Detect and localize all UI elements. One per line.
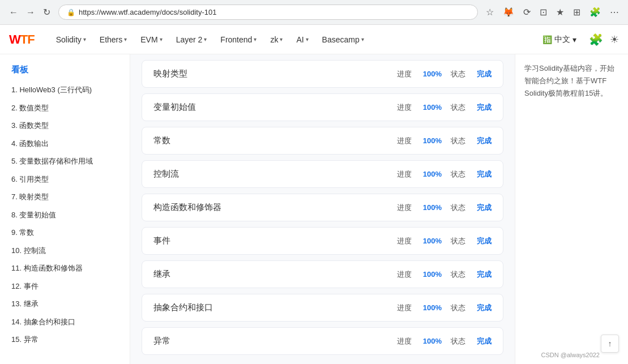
status-label: 状态 xyxy=(451,236,465,246)
course-card-2[interactable]: 变量初始值进度100%状态完成 xyxy=(142,93,503,121)
nav-evm-label: EVM xyxy=(140,35,157,44)
refresh-button[interactable]: ↻ xyxy=(41,6,53,19)
sidebar-item-13[interactable]: 13. 继承 xyxy=(0,295,130,313)
course-card-3[interactable]: 常数进度100%状态完成 xyxy=(142,127,503,155)
sidebar-item-12[interactable]: 12. 事件 xyxy=(0,277,130,296)
forward-button[interactable]: → xyxy=(24,6,37,19)
nav-layer2[interactable]: Layer 2 ▾ xyxy=(170,32,213,48)
bookmark-icon[interactable]: ★ xyxy=(554,6,566,19)
status-badge: 完成 xyxy=(477,102,492,113)
nav-evm[interactable]: EVM ▾ xyxy=(135,32,168,48)
sidebar-item-11[interactable]: 11. 构造函数和修饰器 xyxy=(0,259,130,277)
progress-value: 100% xyxy=(423,70,442,78)
progress-label: 进度 xyxy=(397,169,412,179)
extension-icon[interactable]: 🦊 xyxy=(501,6,516,19)
right-panel: 学习Solidity基础内容，开始智能合约之旅！基于WTF Solidity极简… xyxy=(515,54,628,364)
status-label: 状态 xyxy=(451,203,465,213)
status-label: 状态 xyxy=(451,303,465,313)
course-meta: 进度100%状态完成 xyxy=(397,236,492,246)
sidebar-item-6[interactable]: 6. 引用类型 xyxy=(0,170,130,189)
status-badge: 完成 xyxy=(477,303,492,313)
nav-solidity[interactable]: Solidity ▾ xyxy=(50,32,92,48)
language-button[interactable]: 🈯 中文 ▾ xyxy=(537,31,582,48)
course-title: 事件 xyxy=(153,235,388,246)
progress-label: 进度 xyxy=(397,102,412,113)
sidebar-item-9[interactable]: 9. 常数 xyxy=(0,224,130,242)
nav-zk[interactable]: zk ▾ xyxy=(264,32,288,48)
status-label: 状态 xyxy=(451,269,465,280)
progress-label: 进度 xyxy=(397,303,412,313)
nav-basecamp-label: Basecamp xyxy=(322,35,360,44)
nav-solidity-label: Solidity xyxy=(56,35,82,44)
star-icon[interactable]: ☆ xyxy=(484,6,496,19)
sidebar-item-3[interactable]: 3. 函数类型 xyxy=(0,117,130,135)
nav-ethers[interactable]: Ethers ▾ xyxy=(94,32,133,48)
puzzle-icon[interactable]: 🧩 xyxy=(589,33,603,46)
status-badge: 完成 xyxy=(477,236,492,246)
sidebar-item-10[interactable]: 10. 控制流 xyxy=(0,242,130,260)
chevron-down-icon: ▾ xyxy=(160,36,163,42)
browser-bar: ← → ↻ 🔒 https://www.wtf.academy/docs/sol… xyxy=(0,0,628,25)
course-card-9[interactable]: 异常进度100%状态完成 xyxy=(142,327,503,355)
site-header: WTF Solidity ▾ Ethers ▾ EVM ▾ Layer 2 ▾ … xyxy=(0,25,628,54)
progress-label: 进度 xyxy=(397,69,412,79)
chevron-down-icon: ▾ xyxy=(573,35,576,44)
sidebar-item-8[interactable]: 8. 变量初始值 xyxy=(0,206,130,224)
lang-label: 中文 xyxy=(554,35,570,45)
sidebar-item-15[interactable]: 15. 异常 xyxy=(0,331,130,349)
progress-label: 进度 xyxy=(397,336,412,346)
course-meta: 进度100%状态完成 xyxy=(397,136,492,146)
lock-icon: 🔒 xyxy=(67,8,75,16)
sidebar-item-5[interactable]: 5. 变量数据存储和作用域 xyxy=(0,152,130,170)
course-meta: 进度100%状态完成 xyxy=(397,102,492,113)
refresh-icon[interactable]: ⟳ xyxy=(521,6,533,19)
content-area: 映射类型进度100%状态完成变量初始值进度100%状态完成常数进度100%状态完… xyxy=(130,54,515,364)
sidebar-item-1[interactable]: 1. HelloWeb3 (三行代码) xyxy=(0,81,130,99)
course-meta: 进度100%状态完成 xyxy=(397,203,492,213)
nav-frontend[interactable]: Frontend ▾ xyxy=(215,32,262,48)
site-logo[interactable]: WTF xyxy=(9,32,35,47)
chevron-down-icon: ▾ xyxy=(83,36,86,42)
nav-zk-label: zk xyxy=(270,35,278,44)
back-button[interactable]: ← xyxy=(7,6,20,19)
course-card-6[interactable]: 事件进度100%状态完成 xyxy=(142,227,503,255)
theme-toggle-icon[interactable]: ☀ xyxy=(610,33,619,46)
course-card-8[interactable]: 抽象合约和接口进度100%状态完成 xyxy=(142,294,503,322)
progress-label: 进度 xyxy=(397,236,412,246)
browser-actions: ☆ 🦊 ⟳ ⊡ ★ ⊞ 🧩 ⋯ xyxy=(484,6,621,19)
progress-value: 100% xyxy=(423,170,442,178)
course-card-1[interactable]: 映射类型进度100%状态完成 xyxy=(142,60,503,88)
nav-layer2-label: Layer 2 xyxy=(176,35,203,44)
course-cards-container: 映射类型进度100%状态完成变量初始值进度100%状态完成常数进度100%状态完… xyxy=(142,60,503,355)
menu-icon[interactable]: ⋯ xyxy=(608,6,621,19)
nav-ai-label: AI xyxy=(296,35,304,44)
right-panel-description: 学习Solidity基础内容，开始智能合约之旅！基于WTF Solidity极简… xyxy=(524,62,619,100)
split-icon[interactable]: ⊡ xyxy=(537,6,549,19)
sidebar-item-2[interactable]: 2. 数值类型 xyxy=(0,99,130,117)
sidebar-item-4[interactable]: 4. 函数输出 xyxy=(0,135,130,153)
course-title: 抽象合约和接口 xyxy=(153,302,388,313)
sidebar-kanban[interactable]: 看板 xyxy=(0,61,130,81)
progress-value: 100% xyxy=(423,136,442,145)
course-meta: 进度100%状态完成 xyxy=(397,303,492,313)
scroll-to-top-button[interactable]: ↑ xyxy=(601,335,619,353)
course-meta: 进度100%状态完成 xyxy=(397,269,492,280)
address-bar[interactable]: 🔒 https://www.wtf.academy/docs/solidity-… xyxy=(58,5,478,20)
status-badge: 完成 xyxy=(477,336,492,346)
course-card-7[interactable]: 继承进度100%状态完成 xyxy=(142,260,503,288)
puzzle-icon[interactable]: 🧩 xyxy=(587,6,603,19)
chevron-down-icon: ▾ xyxy=(280,36,283,42)
download-icon[interactable]: ⊞ xyxy=(571,6,583,19)
main-layout: 看板 1. HelloWeb3 (三行代码) 2. 数值类型 3. 函数类型 4… xyxy=(0,54,628,364)
sidebar-item-14[interactable]: 14. 抽象合约和接口 xyxy=(0,313,130,331)
sidebar-item-7[interactable]: 7. 映射类型 xyxy=(0,188,130,206)
translate-icon: 🈯 xyxy=(542,35,552,44)
progress-label: 进度 xyxy=(397,203,412,213)
course-meta: 进度100%状态完成 xyxy=(397,169,492,179)
nav-ai[interactable]: AI ▾ xyxy=(290,32,314,48)
course-card-4[interactable]: 控制流进度100%状态完成 xyxy=(142,160,503,188)
course-title: 继承 xyxy=(153,269,388,280)
course-card-5[interactable]: 构造函数和修饰器进度100%状态完成 xyxy=(142,194,503,221)
nav-basecamp[interactable]: Basecamp ▾ xyxy=(317,32,370,48)
course-title: 构造函数和修饰器 xyxy=(153,202,388,213)
